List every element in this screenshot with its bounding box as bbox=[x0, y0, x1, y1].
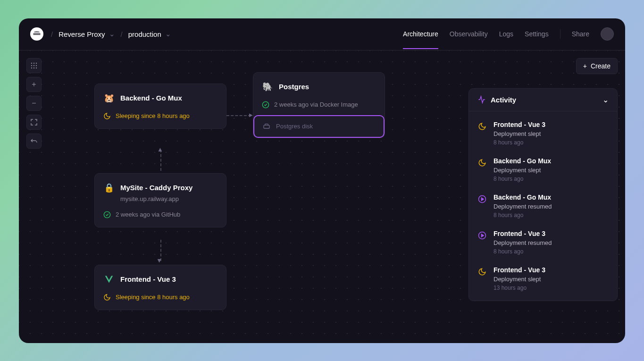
service-node-frontend[interactable]: Frontend - Vue 3 Sleeping since 8 hours … bbox=[94, 265, 226, 310]
grid-tool[interactable] bbox=[26, 58, 42, 73]
svg-point-4 bbox=[33, 65, 34, 66]
activity-item-title: Frontend - Vue 3 bbox=[493, 230, 609, 237]
moon-icon bbox=[477, 267, 487, 277]
node-header: 🐘 Postgres bbox=[262, 81, 376, 92]
connection-arrow bbox=[160, 240, 161, 261]
activity-item-desc: Deployment slept bbox=[493, 276, 609, 283]
zoom-in-tool[interactable]: + bbox=[26, 77, 42, 92]
expand-icon bbox=[31, 119, 37, 126]
arrow-head-icon: ▶ bbox=[249, 112, 253, 118]
svg-point-1 bbox=[33, 62, 34, 63]
svg-point-11 bbox=[104, 211, 110, 218]
postgres-icon: 🐘 bbox=[262, 81, 273, 92]
nav-separator bbox=[560, 29, 560, 39]
node-status: 2 weeks ago via Docker Image bbox=[262, 101, 376, 109]
svg-point-5 bbox=[36, 65, 37, 66]
svg-rect-10 bbox=[264, 125, 269, 128]
node-title: Postgres bbox=[279, 83, 309, 91]
connection-arrow bbox=[160, 150, 161, 171]
zoom-out-tool[interactable]: − bbox=[26, 96, 42, 111]
svg-point-6 bbox=[31, 67, 32, 68]
undo-icon bbox=[31, 138, 37, 144]
breadcrumb: / Reverse Proxy ⌄ / production ⌄ bbox=[51, 30, 171, 38]
toolbar: + − bbox=[26, 58, 42, 149]
nav-settings[interactable]: Settings bbox=[525, 19, 549, 49]
check-circle-icon bbox=[262, 101, 269, 109]
node-header: 🔒 MySite - Caddy Proxy bbox=[103, 182, 217, 193]
activity-icon bbox=[477, 95, 486, 104]
chevron-down-icon: ⌄ bbox=[109, 30, 115, 38]
moon-icon bbox=[477, 158, 487, 168]
vue-icon bbox=[103, 274, 115, 285]
canvas[interactable]: + − + Create ▶ ▶ ▶ 🐹 Backend - Go Mux Sl… bbox=[19, 50, 625, 343]
activity-item-desc: Deployment slept bbox=[493, 167, 609, 174]
svg-point-2 bbox=[36, 62, 37, 63]
play-circle-icon bbox=[477, 194, 487, 204]
disk-icon bbox=[263, 123, 270, 130]
nav-architecture[interactable]: Architecture bbox=[403, 19, 438, 49]
node-title: Frontend - Vue 3 bbox=[120, 275, 176, 283]
nav-observability[interactable]: Observability bbox=[450, 19, 488, 49]
breadcrumb-project-label: Reverse Proxy bbox=[59, 30, 105, 38]
plus-icon: + bbox=[32, 80, 36, 89]
avatar[interactable] bbox=[601, 27, 614, 41]
activity-item-desc: Deployment slept bbox=[493, 130, 609, 137]
create-label: Create bbox=[591, 62, 611, 70]
service-node-postgres[interactable]: 🐘 Postgres 2 weeks ago via Docker Image … bbox=[253, 72, 385, 138]
go-icon: 🐹 bbox=[103, 92, 115, 104]
arrow-head-icon: ▶ bbox=[157, 147, 162, 151]
railway-icon bbox=[33, 30, 41, 38]
header: / Reverse Proxy ⌄ / production ⌄ Archite… bbox=[19, 18, 625, 50]
check-circle-icon bbox=[103, 211, 111, 218]
activity-item-title: Frontend - Vue 3 bbox=[493, 121, 609, 128]
logo[interactable] bbox=[30, 27, 43, 41]
service-node-caddy[interactable]: 🔒 MySite - Caddy Proxy mysite.up.railway… bbox=[94, 173, 226, 227]
create-button[interactable]: + Create bbox=[576, 58, 618, 74]
activity-item-title: Backend - Go Mux bbox=[493, 157, 609, 165]
breadcrumb-separator: / bbox=[121, 30, 123, 38]
play-circle-icon bbox=[477, 231, 487, 240]
activity-item[interactable]: Backend - Go MuxDeployment slept8 hours … bbox=[469, 151, 617, 188]
status-text: Sleeping since 8 hours ago bbox=[116, 294, 190, 301]
node-status: 2 weeks ago via GitHub bbox=[103, 211, 217, 218]
node-title: MySite - Caddy Proxy bbox=[120, 184, 192, 192]
svg-point-9 bbox=[262, 101, 268, 108]
activity-item[interactable]: Frontend - Vue 3Deployment slept8 hours … bbox=[469, 115, 617, 151]
breadcrumb-environment[interactable]: production ⌄ bbox=[128, 30, 171, 38]
nav: Architecture Observability Logs Settings… bbox=[403, 19, 614, 49]
node-status: Sleeping since 8 hours ago bbox=[103, 294, 217, 301]
node-title: Backend - Go Mux bbox=[120, 94, 182, 102]
activity-item[interactable]: Backend - Go MuxDeployment resumed8 hour… bbox=[469, 188, 617, 224]
grid-icon bbox=[31, 62, 37, 69]
chevron-down-icon: ⌄ bbox=[165, 30, 171, 38]
activity-item-time: 13 hours ago bbox=[493, 285, 609, 291]
disk-volume[interactable]: Postgres disk bbox=[253, 115, 385, 138]
breadcrumb-env-label: production bbox=[128, 30, 161, 38]
activity-list[interactable]: Frontend - Vue 3Deployment slept8 hours … bbox=[469, 111, 617, 301]
connection-arrow bbox=[226, 115, 251, 116]
service-node-backend[interactable]: 🐹 Backend - Go Mux Sleeping since 8 hour… bbox=[94, 84, 226, 129]
node-header: Frontend - Vue 3 bbox=[103, 274, 217, 285]
svg-point-3 bbox=[31, 65, 32, 66]
activity-header[interactable]: Activity ⌄ bbox=[469, 89, 617, 111]
activity-item-time: 8 hours ago bbox=[493, 176, 609, 182]
node-header: 🐹 Backend - Go Mux bbox=[103, 92, 217, 104]
breadcrumb-project[interactable]: Reverse Proxy ⌄ bbox=[59, 30, 115, 38]
nav-logs[interactable]: Logs bbox=[499, 19, 513, 49]
nav-share[interactable]: Share bbox=[572, 19, 589, 49]
activity-item-time: 8 hours ago bbox=[493, 248, 609, 255]
node-status: Sleeping since 8 hours ago bbox=[103, 112, 217, 120]
undo-tool[interactable] bbox=[26, 134, 42, 149]
activity-item[interactable]: Frontend - Vue 3Deployment resumed8 hour… bbox=[469, 224, 617, 260]
fullscreen-tool[interactable] bbox=[26, 115, 42, 130]
moon-icon bbox=[477, 122, 487, 131]
activity-panel: Activity ⌄ Frontend - Vue 3Deployment sl… bbox=[468, 88, 618, 301]
breadcrumb-separator: / bbox=[51, 30, 53, 38]
disk-label: Postgres disk bbox=[276, 123, 313, 130]
status-text: 2 weeks ago via Docker Image bbox=[274, 101, 358, 108]
status-text: Sleeping since 8 hours ago bbox=[116, 112, 190, 119]
svg-point-7 bbox=[33, 67, 34, 68]
activity-item-time: 8 hours ago bbox=[493, 212, 609, 218]
plus-icon: + bbox=[583, 62, 587, 70]
activity-item[interactable]: Frontend - Vue 3Deployment slept13 hours… bbox=[469, 260, 617, 297]
